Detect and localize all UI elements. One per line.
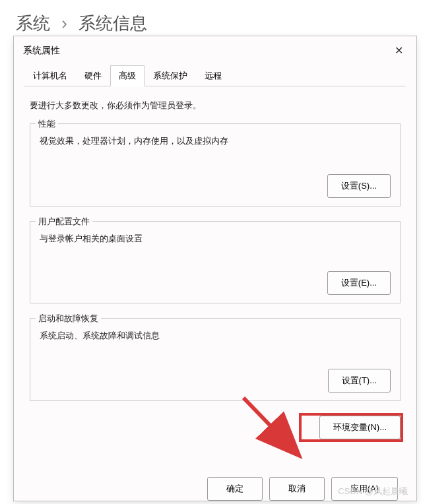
tab-content-advanced: 要进行大多数更改，你必须作为管理员登录。 性能 视觉效果，处理器计划，内存使用，… (14, 86, 416, 460)
environment-variables-button[interactable]: 环境变量(N)... (319, 416, 401, 439)
tab-remote[interactable]: 远程 (196, 65, 230, 86)
titlebar: 系统属性 ✕ (14, 36, 416, 62)
group-user-profiles: 用户配置文件 与登录帐户相关的桌面设置 设置(E)... (30, 221, 401, 304)
watermark: CSDN @风起晨曦 (338, 486, 408, 497)
group-startup-recovery: 启动和故障恢复 系统启动、系统故障和调试信息 设置(T)... (30, 318, 401, 401)
startup-recovery-settings-button[interactable]: 设置(T)... (328, 369, 391, 393)
group-startup-recovery-title: 启动和故障恢复 (36, 313, 101, 325)
group-performance-desc: 视觉效果，处理器计划，内存使用，以及虚拟内存 (40, 135, 391, 148)
tab-advanced[interactable]: 高级 (110, 65, 145, 86)
group-performance-title: 性能 (36, 118, 58, 130)
close-icon[interactable]: ✕ (391, 43, 407, 58)
group-user-profiles-title: 用户配置文件 (36, 216, 92, 228)
breadcrumb-parent[interactable]: 系统 (16, 13, 50, 33)
tab-system-protection[interactable]: 系统保护 (145, 65, 196, 86)
performance-settings-button[interactable]: 设置(S)... (327, 174, 391, 198)
user-profiles-settings-button[interactable]: 设置(E)... (327, 271, 391, 295)
ok-button[interactable]: 确定 (207, 477, 263, 501)
chevron-right-icon: › (61, 13, 67, 33)
group-user-profiles-desc: 与登录帐户相关的桌面设置 (40, 232, 391, 245)
cancel-button[interactable]: 取消 (269, 477, 325, 501)
group-performance: 性能 视觉效果，处理器计划，内存使用，以及虚拟内存 设置(S)... (30, 123, 401, 206)
tabs: 计算机名 硬件 高级 系统保护 远程 (24, 65, 406, 86)
tab-hardware[interactable]: 硬件 (76, 65, 110, 86)
system-properties-dialog: 系统属性 ✕ 计算机名 硬件 高级 系统保护 远程 要进行大多数更改，你必须作为… (13, 36, 417, 501)
admin-notice: 要进行大多数更改，你必须作为管理员登录。 (30, 100, 401, 111)
breadcrumb-current: 系统信息 (79, 13, 147, 33)
dialog-title: 系统属性 (23, 45, 60, 57)
group-startup-recovery-desc: 系统启动、系统故障和调试信息 (40, 329, 391, 342)
tab-computer-name[interactable]: 计算机名 (24, 65, 76, 86)
